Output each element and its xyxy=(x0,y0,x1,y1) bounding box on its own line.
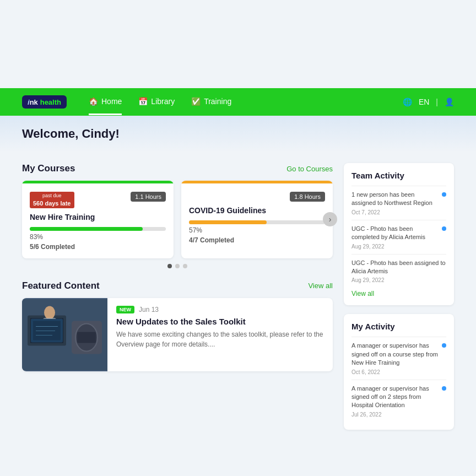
course1-top-bar xyxy=(22,181,174,183)
main-content: My Courses Go to Courses past due 560 da… xyxy=(0,152,476,450)
right-panel: Team Activity 1 new person has been assi… xyxy=(344,163,454,439)
course1-pct: 83% xyxy=(30,233,166,241)
team-activity-item-2: UGC - Photo has been completed by Alicia… xyxy=(351,220,446,254)
nav-right: 🌐 EN | 👤 xyxy=(403,98,454,106)
welcome-banner: Welcome, Cindy! xyxy=(0,116,476,152)
featured-view-all-link[interactable]: View all xyxy=(308,282,333,290)
course1-progress-bg xyxy=(30,227,166,231)
my-dot-1 xyxy=(442,343,446,348)
course-card-2: 1.8 Hours COVID-19 Guidelines 57% 4/7 Co… xyxy=(181,181,333,258)
featured-item-desc: We have some exciting changes to the sal… xyxy=(116,329,324,349)
course2-badge-row: 1.8 Hours xyxy=(189,192,325,202)
course2-name: COVID-19 Guidelines xyxy=(189,206,325,215)
home-icon: 🏠 xyxy=(89,97,98,106)
team-activity-item-1: 1 new person has been assigned to Northw… xyxy=(351,186,446,220)
new-badge: NEW xyxy=(116,306,134,313)
dot-1 xyxy=(167,264,172,268)
carousel-next-button[interactable]: › xyxy=(323,212,337,226)
training-icon: ✅ xyxy=(191,97,201,106)
team-activity-item-3: UGC - Photo has been assigned to Alicia … xyxy=(351,254,446,288)
course1-completed: 5/6 Completed xyxy=(30,243,166,251)
svg-rect-7 xyxy=(77,332,96,343)
nav-divider: | xyxy=(436,98,438,106)
language-label[interactable]: EN xyxy=(419,98,429,106)
left-panel: My Courses Go to Courses past due 560 da… xyxy=(22,163,333,439)
courses-title: My Courses xyxy=(22,163,75,174)
course2-completed: 4/7 Completed xyxy=(189,236,325,244)
my-activity-item-1: A manager or supervisor has signed off o… xyxy=(351,337,446,379)
course-card-1: past due 560 days late 1.1 Hours New Hir… xyxy=(22,181,174,258)
logo-text: ink health xyxy=(28,98,61,106)
go-to-courses-link[interactable]: Go to Courses xyxy=(286,165,333,173)
courses-row: past due 560 days late 1.1 Hours New Hir… xyxy=(22,181,333,258)
top-space xyxy=(0,0,476,88)
course2-progress-bg xyxy=(189,220,325,224)
featured-date: Jun 13 xyxy=(139,306,159,313)
team-activity-item-2-content: UGC - Photo has been completed by Alicia… xyxy=(351,225,439,250)
featured-card[interactable]: NEW Jun 13 New Updates to the Sales Tool… xyxy=(22,298,333,371)
course2-hours: 1.8 Hours xyxy=(290,192,325,202)
svg-point-3 xyxy=(44,306,55,319)
course1-progress-fill xyxy=(30,227,143,231)
featured-content-section: Featured Content View all xyxy=(22,280,333,371)
nav-links: 🏠 Home 📅 Library ✅ Training xyxy=(89,89,403,115)
my-activity-item-2-content: A manager or supervisor has signed off o… xyxy=(351,385,439,418)
my-activity-item-1-content: A manager or supervisor has signed off o… xyxy=(351,342,439,375)
team-view-all-link[interactable]: View all xyxy=(351,290,446,298)
dot-3 xyxy=(183,264,187,268)
past-due-badge: past due 560 days late xyxy=(30,192,74,208)
course2-progress-fill xyxy=(189,220,267,224)
my-courses-section: My Courses Go to Courses past due 560 da… xyxy=(22,163,333,268)
team-activity-item-1-content: 1 new person has been assigned to Northw… xyxy=(351,191,439,215)
globe-icon: 🌐 xyxy=(403,98,412,106)
team-dot-2 xyxy=(442,226,446,231)
user-icon[interactable]: 👤 xyxy=(445,98,454,106)
dot-2 xyxy=(175,264,180,268)
nav-home[interactable]: 🏠 Home xyxy=(89,89,122,115)
nav-library[interactable]: 📅 Library xyxy=(138,89,175,115)
course2-pct: 57% xyxy=(189,226,325,234)
featured-tag-row: NEW Jun 13 xyxy=(116,306,324,313)
logo[interactable]: ink health xyxy=(22,95,67,109)
team-activity-title: Team Activity xyxy=(351,171,446,180)
my-activity-item-2: A manager or supervisor has signed off o… xyxy=(351,380,446,422)
my-activity-title: My Activity xyxy=(351,322,446,331)
course1-hours: 1.1 Hours xyxy=(131,192,166,202)
featured-body: NEW Jun 13 New Updates to the Sales Tool… xyxy=(107,298,333,371)
welcome-title: Welcome, Cindy! xyxy=(22,127,454,141)
nav-training[interactable]: ✅ Training xyxy=(191,89,231,115)
course2-top-bar xyxy=(181,181,333,183)
carousel-dots xyxy=(22,264,333,268)
my-activity-card: My Activity A manager or supervisor has … xyxy=(344,314,454,429)
course1-name: New Hire Training xyxy=(30,213,166,221)
featured-header: Featured Content View all xyxy=(22,280,333,291)
library-icon: 📅 xyxy=(138,97,148,106)
team-activity-card: Team Activity 1 new person has been assi… xyxy=(344,163,454,305)
featured-image xyxy=(22,298,107,371)
team-activity-item-3-content: UGC - Photo has been assigned to Alicia … xyxy=(351,259,446,284)
my-dot-2 xyxy=(442,386,446,391)
featured-title: Featured Content xyxy=(22,280,100,291)
navbar: ink health 🏠 Home 📅 Library ✅ Training 🌐… xyxy=(0,88,476,116)
team-dot-1 xyxy=(442,192,446,197)
featured-item-title: New Updates to the Sales Toolkit xyxy=(116,317,324,326)
courses-header: My Courses Go to Courses xyxy=(22,163,333,174)
course1-badge-row: past due 560 days late 1.1 Hours xyxy=(30,192,166,208)
featured-image-svg xyxy=(22,298,107,371)
